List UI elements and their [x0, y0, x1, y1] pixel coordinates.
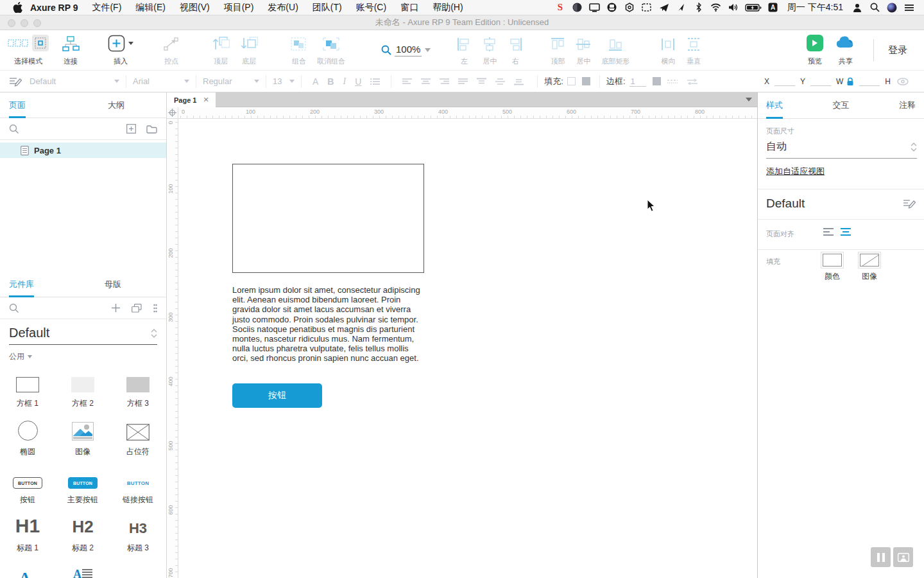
- canvas-rectangle-widget[interactable]: [232, 164, 424, 273]
- zoom-control[interactable]: 100%: [381, 44, 431, 57]
- widget-placeholder[interactable]: 占位符: [110, 413, 166, 461]
- canvas-paragraph-widget[interactable]: Lorem ipsum dolor sit amet, consectetur …: [232, 285, 423, 363]
- canvas-area[interactable]: Page 1 ✕ 0 100 200 300 400 500 600 700 8…: [167, 92, 757, 578]
- widget-box1[interactable]: 方框 1: [0, 365, 55, 413]
- text-align-center-button[interactable]: [421, 78, 431, 85]
- spotlight-icon[interactable]: [869, 2, 880, 13]
- insert-button[interactable]: 插入: [108, 34, 133, 66]
- close-window-button[interactable]: [8, 19, 15, 27]
- preview-button[interactable]: 预览: [807, 34, 823, 66]
- menu-publish[interactable]: 发布(U): [261, 0, 305, 15]
- font-family-select[interactable]: Arial: [133, 76, 189, 86]
- menu-account[interactable]: 账号(C): [349, 0, 393, 15]
- group-button[interactable]: 组合: [290, 34, 308, 66]
- font-size-select[interactable]: 13: [273, 76, 295, 86]
- pause-guides-button[interactable]: [871, 547, 891, 567]
- menu-project[interactable]: 项目(P): [217, 0, 261, 15]
- widget-image[interactable]: 图像: [55, 413, 110, 461]
- tab-outline[interactable]: 大纲: [108, 92, 124, 118]
- ungroup-button[interactable]: 取消组合: [317, 34, 345, 66]
- minimize-window-button[interactable]: [21, 19, 28, 27]
- canvas-button-widget[interactable]: 按钮: [232, 383, 322, 408]
- canvas-tab-page1[interactable]: Page 1 ✕: [167, 92, 216, 107]
- menu-file[interactable]: 文件(F): [85, 0, 128, 15]
- display-status-icon[interactable]: [589, 2, 601, 13]
- widget-section-common[interactable]: 公用: [9, 351, 166, 362]
- duplicate-library-icon[interactable]: [132, 304, 142, 313]
- page-fill-image-control[interactable]: 图像: [860, 254, 879, 282]
- user-status-icon[interactable]: [851, 2, 863, 13]
- tab-style[interactable]: 样式: [766, 92, 783, 119]
- login-button[interactable]: 登录: [888, 44, 907, 57]
- shield-status-icon[interactable]: [572, 2, 583, 13]
- distribute-horizontal-button[interactable]: 横向: [660, 34, 676, 66]
- tab-masters[interactable]: 母版: [105, 272, 121, 297]
- menu-help[interactable]: 帮助(H): [425, 0, 470, 15]
- widget-button[interactable]: BUTTON 按钮: [0, 461, 55, 509]
- widget-h3[interactable]: H3 标题 3: [110, 509, 166, 557]
- apple-icon[interactable]: [12, 2, 23, 13]
- y-input[interactable]: [810, 77, 831, 86]
- style-edit-icon[interactable]: [9, 76, 22, 87]
- location-status-icon[interactable]: [676, 2, 687, 13]
- align-top-button[interactable]: 顶部: [550, 34, 565, 66]
- border-style-button[interactable]: [667, 79, 678, 84]
- menu-edit[interactable]: 编辑(E): [128, 0, 173, 15]
- bring-to-front-button[interactable]: 顶层: [212, 34, 230, 66]
- tab-list-dropdown-icon[interactable]: [746, 98, 752, 101]
- fill-image-swatch[interactable]: [860, 254, 879, 267]
- tab-interaction[interactable]: 交互: [833, 92, 850, 119]
- widget-box3[interactable]: 方框 3: [110, 365, 166, 413]
- text-align-bottom-button[interactable]: [514, 78, 524, 85]
- thumbnail-view-button[interactable]: [893, 547, 913, 567]
- menubar-clock[interactable]: 周一 下午4:51: [785, 2, 846, 13]
- arrow-style-button[interactable]: [687, 78, 698, 85]
- widget-box2[interactable]: 方框 2: [55, 365, 110, 413]
- wifi-status-icon[interactable]: [710, 2, 722, 13]
- text-align-top-button[interactable]: [477, 78, 486, 85]
- zoom-window-button[interactable]: [33, 19, 41, 27]
- italic-button[interactable]: I: [343, 76, 346, 87]
- bold-button[interactable]: B: [327, 76, 334, 87]
- edit-style-icon[interactable]: [903, 198, 916, 209]
- page-align-center-button[interactable]: [841, 227, 851, 236]
- widget-h2[interactable]: H2 标题 2: [55, 509, 110, 557]
- widget-h1[interactable]: H1 标题 1: [0, 509, 55, 557]
- widget-link-button[interactable]: BUTTON 链接按钮: [110, 461, 166, 509]
- menu-app-name[interactable]: Axure RP 9: [23, 3, 85, 13]
- align-middle-button[interactable]: 居中: [576, 34, 591, 66]
- page-size-select[interactable]: 自动: [766, 140, 917, 159]
- volume-status-icon[interactable]: [728, 2, 739, 13]
- align-right-button[interactable]: 右: [508, 34, 523, 66]
- send-to-back-button[interactable]: 底层: [240, 34, 258, 66]
- border-width-input[interactable]: 1: [629, 76, 646, 87]
- library-select[interactable]: Default: [9, 326, 157, 345]
- w-input[interactable]: [859, 77, 880, 86]
- font-weight-select[interactable]: Regular: [203, 76, 259, 86]
- battery-status-icon[interactable]: [745, 2, 762, 13]
- page-tree-item-page1[interactable]: Page 1: [0, 143, 166, 158]
- underline-button[interactable]: U: [355, 76, 361, 87]
- widget-ellipse[interactable]: 椭圆: [0, 413, 55, 461]
- fill-shadow-swatch[interactable]: [582, 77, 590, 85]
- widget-hline[interactable]: 横线: [110, 557, 166, 578]
- widget-search-icon[interactable]: [9, 303, 19, 313]
- x-input[interactable]: [774, 77, 795, 86]
- pages-search-icon[interactable]: [9, 124, 19, 134]
- notification-center-icon[interactable]: [903, 2, 915, 13]
- bullet-list-button[interactable]: [370, 78, 380, 85]
- text-align-left-button[interactable]: [402, 78, 412, 85]
- add-library-icon[interactable]: [112, 304, 120, 312]
- fill-color-swatch[interactable]: [823, 254, 842, 267]
- select-mode-button[interactable]: 选择模式: [8, 34, 49, 66]
- add-folder-icon[interactable]: [146, 125, 157, 134]
- lock-ratio-icon[interactable]: [846, 77, 854, 86]
- add-page-icon[interactable]: [126, 124, 136, 134]
- visibility-eye-icon[interactable]: [897, 78, 909, 85]
- fill-color-swatch[interactable]: [567, 77, 576, 85]
- align-center-button[interactable]: 居中: [482, 34, 497, 66]
- bluetooth-status-icon[interactable]: [693, 2, 705, 13]
- docker-status-icon[interactable]: [606, 2, 618, 13]
- add-adaptive-views-link[interactable]: 添加自适应视图: [766, 166, 825, 177]
- hexagon-status-icon[interactable]: [624, 2, 635, 13]
